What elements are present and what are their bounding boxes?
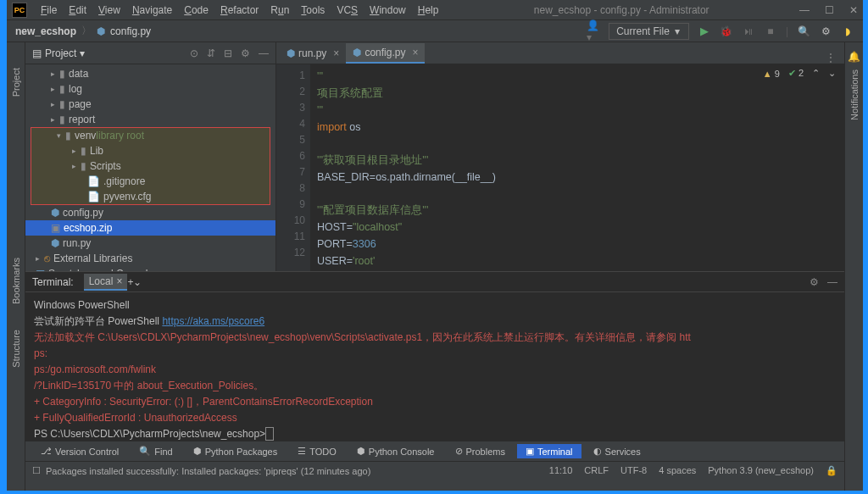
inspection-nav-up[interactable]: ⌃: [812, 68, 820, 79]
maximize-button[interactable]: ☐: [825, 4, 834, 16]
tool-terminal[interactable]: ▣Terminal: [517, 444, 581, 458]
close-tab-icon[interactable]: ×: [412, 47, 418, 58]
menu-vcs[interactable]: VCS: [331, 3, 363, 18]
tool-structure[interactable]: Structure: [11, 330, 21, 368]
window-title: new_ecshop - config.py - Administrator: [443, 4, 799, 16]
status-message-icon: ☐: [32, 465, 41, 476]
breadcrumb-project[interactable]: new_ecshop: [15, 25, 76, 37]
menu-refactor[interactable]: Refactor: [215, 3, 264, 18]
tool-notifications[interactable]: Notifications: [849, 69, 860, 120]
inspection-warnings[interactable]: ▲ 9: [763, 69, 780, 79]
status-message: Packages installed successfully: Install…: [46, 466, 370, 476]
tree-external-libs[interactable]: ▸⎋External Libraries: [25, 251, 275, 266]
close-tab-icon[interactable]: ×: [333, 47, 339, 59]
ide-badge-icon[interactable]: ◗: [841, 25, 854, 38]
chevron-down-icon: ▾: [675, 25, 680, 37]
gear-icon[interactable]: ⚙: [241, 47, 250, 59]
status-line-sep[interactable]: CRLF: [584, 465, 609, 476]
tree-file-gitignore[interactable]: 📄.gitignore: [31, 174, 270, 189]
stop-button[interactable]: ■: [764, 25, 777, 38]
tool-todo[interactable]: ☰TODO: [289, 444, 345, 458]
status-interpreter[interactable]: Python 3.9 (new_ecshop): [708, 465, 814, 476]
run-button[interactable]: ▶: [698, 25, 711, 38]
tab-menu-icon[interactable]: ⋮: [826, 52, 844, 64]
tool-problems[interactable]: ⊘Problems: [447, 444, 514, 458]
menu-file[interactable]: File: [36, 3, 62, 18]
run-config-selector[interactable]: Current File▾: [609, 23, 689, 40]
menu-code[interactable]: Code: [179, 3, 214, 18]
menu-tools[interactable]: Tools: [296, 3, 330, 18]
coverage-button[interactable]: ⏯: [742, 25, 755, 38]
minimize-button[interactable]: —: [799, 4, 810, 16]
python-file-icon: ⬢: [97, 25, 105, 37]
tree-file-config[interactable]: ⬢config.py: [25, 205, 275, 220]
notifications-bell-icon[interactable]: 🔔: [848, 51, 860, 63]
tool-version-control[interactable]: ⎇Version Control: [32, 444, 127, 458]
terminal-hide-icon[interactable]: —: [827, 276, 837, 288]
tool-project[interactable]: Project: [11, 68, 21, 97]
tree-folder-scripts[interactable]: ▸▮Scripts: [31, 158, 270, 174]
tool-bookmarks[interactable]: Bookmarks: [11, 258, 21, 304]
app-logo: PC: [12, 3, 27, 18]
tree-folder-report[interactable]: ▸▮report: [25, 112, 275, 127]
pscore-link[interactable]: https://aka.ms/pscore6: [162, 315, 264, 327]
locate-icon[interactable]: ⊙: [190, 47, 198, 59]
close-button[interactable]: ✕: [849, 4, 858, 16]
inspection-ok[interactable]: ✔ 2: [788, 68, 804, 79]
menu-edit[interactable]: Edit: [64, 3, 92, 18]
breadcrumb-file[interactable]: config.py: [110, 25, 151, 37]
debug-button[interactable]: 🐞: [720, 25, 733, 38]
terminal-settings-icon[interactable]: ⚙: [810, 276, 819, 288]
status-caret-pos[interactable]: 11:10: [549, 465, 573, 476]
expand-icon[interactable]: ⇵: [207, 47, 215, 59]
hide-panel-icon[interactable]: —: [259, 47, 269, 59]
search-icon[interactable]: 🔍: [797, 25, 810, 38]
tool-python-packages[interactable]: ⬢Python Packages: [185, 444, 287, 458]
tree-file-pyvenv[interactable]: 📄pyvenv.cfg: [31, 189, 270, 204]
terminal-output[interactable]: Windows PowerShell 尝试新的跨平台 PowerShell ht…: [25, 292, 844, 441]
tree-file-run[interactable]: ⬢run.py: [25, 236, 275, 251]
menu-run[interactable]: Run: [265, 3, 294, 18]
menu-bar: File Edit View Navigate Code Refactor Ru…: [36, 3, 443, 18]
status-indent[interactable]: 4 spaces: [659, 465, 696, 476]
tree-file-ecshop-zip[interactable]: ▣ecshop.zip: [25, 220, 275, 236]
menu-help[interactable]: Help: [413, 3, 444, 18]
menu-navigate[interactable]: Navigate: [127, 3, 177, 18]
menu-window[interactable]: Window: [364, 3, 411, 18]
status-lock-icon[interactable]: 🔒: [826, 465, 837, 476]
editor-tab-config[interactable]: ⬢config.py×: [346, 43, 425, 64]
breadcrumb-separator: 〉: [81, 24, 92, 38]
tool-find[interactable]: 🔍Find: [131, 444, 181, 458]
tool-services[interactable]: ◐Services: [585, 444, 649, 458]
project-panel-title: ▤ Project ▾: [32, 47, 85, 59]
inspection-nav-down[interactable]: ⌄: [828, 68, 836, 79]
tree-folder-venv[interactable]: ▾▮venv library root: [31, 128, 270, 143]
menu-view[interactable]: View: [93, 3, 125, 18]
tree-folder-page[interactable]: ▸▮page: [25, 97, 275, 112]
collapse-icon[interactable]: ⊟: [224, 47, 232, 59]
terminal-tab-local[interactable]: Local ×: [84, 274, 128, 291]
tree-folder-lib[interactable]: ▸▮Lib: [31, 143, 270, 158]
line-gutter: 123456789101112: [276, 64, 310, 271]
user-icon[interactable]: 👤▾: [587, 25, 600, 38]
code-editor[interactable]: ''' 项目系统配置 ''' import os '''获取项目根目录地址'''…: [310, 64, 844, 271]
terminal-title: Terminal:: [32, 276, 74, 288]
status-encoding[interactable]: UTF-8: [620, 465, 647, 476]
terminal-dropdown-icon[interactable]: ⌄: [133, 276, 142, 288]
tool-python-console[interactable]: ⬢Python Console: [348, 444, 443, 458]
settings-icon[interactable]: ⚙: [819, 25, 832, 38]
tree-folder-data[interactable]: ▸▮data: [25, 66, 275, 81]
new-terminal-button[interactable]: +: [127, 276, 133, 288]
tree-folder-log[interactable]: ▸▮log: [25, 81, 275, 97]
editor-tab-run[interactable]: ⬢run.py×: [280, 43, 346, 64]
